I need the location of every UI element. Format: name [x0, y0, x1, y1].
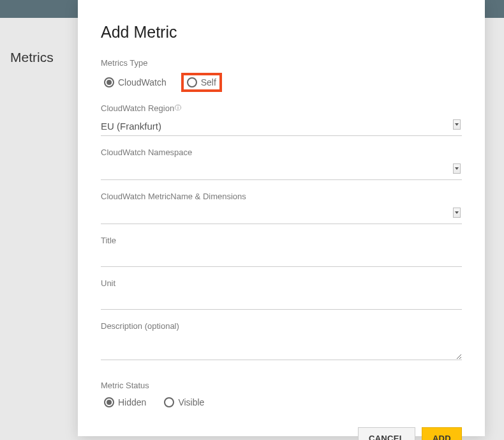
description-label: Description (optional) [101, 321, 462, 331]
add-button[interactable]: ADD [422, 427, 462, 440]
namespace-label: CloudWatch Namespace [101, 148, 462, 157]
metric-status-group: Metric Status Hidden Visible [101, 381, 462, 409]
metricname-group: CloudWatch MetricName & Dimensions [101, 192, 462, 224]
metrics-type-group: Metrics Type CloudWatch Self [101, 58, 462, 92]
region-select[interactable]: EU (Frankfurt) [101, 118, 462, 136]
chevron-down-icon [453, 163, 461, 174]
radio-hidden[interactable]: Hidden [101, 395, 149, 409]
chevron-down-icon [453, 208, 461, 218]
radio-circle-icon [104, 77, 114, 87]
description-input[interactable] [101, 336, 462, 360]
modal-title: Add Metric [101, 23, 462, 42]
metric-status-label: Metric Status [101, 381, 462, 390]
namespace-select[interactable] [101, 162, 462, 180]
radio-cloudwatch-label: CloudWatch [118, 77, 167, 87]
unit-input[interactable] [101, 293, 462, 310]
radio-circle-icon [164, 397, 174, 407]
radio-circle-icon [104, 397, 114, 407]
title-label: Title [101, 236, 462, 245]
chevron-down-icon [453, 119, 461, 130]
region-group: CloudWatch Regionⓘ EU (Frankfurt) [101, 103, 462, 136]
cancel-button[interactable]: CANCEL [358, 427, 415, 440]
radio-visible[interactable]: Visible [161, 395, 207, 409]
region-value: EU (Frankfurt) [101, 121, 161, 132]
unit-group: Unit [101, 278, 462, 310]
metrics-type-label: Metrics Type [101, 58, 462, 68]
radio-self[interactable]: Self [181, 73, 222, 92]
metricname-select[interactable] [101, 206, 462, 224]
title-input[interactable] [101, 250, 462, 267]
region-label: CloudWatch Regionⓘ [101, 103, 462, 113]
info-icon: ⓘ [175, 103, 181, 112]
namespace-group: CloudWatch Namespace [101, 148, 462, 180]
radio-cloudwatch[interactable]: CloudWatch [101, 75, 170, 89]
radio-self-label: Self [201, 77, 216, 87]
add-metric-modal: Add Metric Metrics Type CloudWatch Self … [78, 0, 485, 436]
title-group: Title [101, 236, 462, 267]
description-group: Description (optional) [101, 321, 462, 363]
modal-buttons: CANCEL ADD [101, 427, 462, 440]
unit-label: Unit [101, 278, 462, 288]
radio-circle-icon [187, 77, 197, 87]
metrics-type-radios: CloudWatch Self [101, 73, 462, 92]
radio-visible-label: Visible [178, 397, 204, 407]
metricname-label: CloudWatch MetricName & Dimensions [101, 192, 462, 201]
radio-hidden-label: Hidden [118, 397, 146, 407]
add-metric-form: Metrics Type CloudWatch Self CloudWatch … [101, 58, 462, 421]
metric-status-radios: Hidden Visible [101, 395, 462, 409]
